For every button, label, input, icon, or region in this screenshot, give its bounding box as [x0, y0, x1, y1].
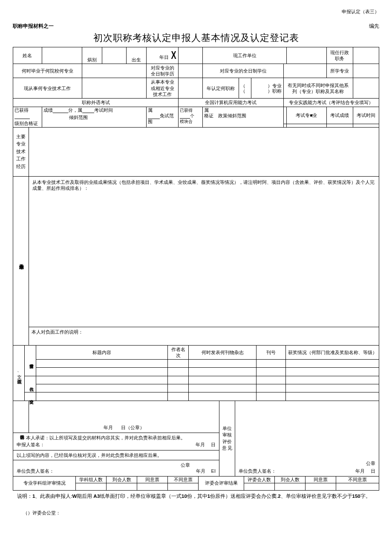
- field-other[interactable]: [353, 78, 379, 99]
- label-unit: 现工作单位: [203, 47, 286, 64]
- field-deg[interactable]: [283, 64, 326, 78]
- field-prac-blank[interactable]: [283, 107, 286, 124]
- bracket-open: （（: [239, 78, 251, 99]
- h-journal: 刊号: [257, 346, 286, 360]
- label-unit-review: 单位审核评价意 见: [219, 401, 235, 477]
- field-major[interactable]: [353, 64, 379, 78]
- label-date: 年日: [159, 55, 169, 60]
- h-disagree2: 不同意票: [336, 477, 379, 483]
- label-deg: 对应专业的全日制学位: [203, 64, 283, 78]
- cell-unit-sign[interactable]: 公章 单位负责人签名： 年月 EI: [13, 460, 219, 477]
- f3[interactable]: [327, 124, 353, 127]
- field-name[interactable]: [42, 47, 82, 64]
- field-publicity[interactable]: 年月 日（公章）: [29, 401, 219, 433]
- form-code: 申报认定（表三）: [13, 9, 379, 15]
- field-same[interactable]: [179, 78, 203, 99]
- serial-label: 编先: [369, 23, 379, 30]
- label-birth: 出生: [126, 47, 147, 64]
- field-work-history[interactable]: [29, 128, 379, 177]
- label-work-history: 主要专业技术工作经历: [13, 128, 29, 177]
- summary-intro-text: 从本专业技术工作及取得的业殖成果情况（包括承担项目、学术成果、业饺成果、薇奖情况…: [32, 180, 375, 191]
- label-summary: 个人专业技术工作小结: [13, 177, 29, 346]
- label-year: 年认定何职称: [203, 78, 239, 99]
- cell-promise[interactable]: 本人承诺：以上所埙写及提交的材料内容其实，并对此负责和承担相应后果。 申报人签名…: [13, 433, 219, 450]
- field-now[interactable]: [82, 78, 146, 99]
- label-pub-rep: 代表作: [25, 376, 36, 392]
- h-award: 获奖情况（何部门批准及奖励名称、等级）: [286, 346, 379, 360]
- h-agree: 同意票: [137, 477, 168, 483]
- h-author: 作者名次: [168, 346, 189, 360]
- label-now: 现从事何专业技术工作: [13, 78, 82, 99]
- field-unit-review[interactable]: 公章 单位负责人签名： 年月 日: [235, 401, 379, 477]
- h-comm-count: 评委会人数: [244, 477, 275, 483]
- h-disagree: 不同意票: [168, 477, 199, 483]
- label-same: 从事本专业或相近专业技术工作: [147, 78, 179, 99]
- label-pub-outer: 文、著作成: [13, 346, 25, 401]
- negative-label: 本人对负面工作的说明：: [32, 329, 83, 334]
- field-edu[interactable]: [179, 64, 203, 78]
- f2[interactable]: [286, 124, 326, 127]
- label-pub-submit: 提交论文: [25, 392, 36, 401]
- field-sex[interactable]: [102, 47, 126, 64]
- h-title: 标题内容: [36, 346, 168, 360]
- footer-text: （）评委会公堂：: [13, 510, 379, 516]
- label-score2: 考试成绩: [327, 107, 353, 124]
- cell-unit-check[interactable]: 以上埙写的内容，已经我单位核对无误，并对此负责和承担相应后果。: [13, 450, 219, 460]
- label-prac-exam: 专业实践能力考试（考评结合专业填写）: [283, 99, 379, 107]
- cell-score-field[interactable]: 成绩分，属考试时间 倾斜范围: [42, 107, 147, 127]
- field-post[interactable]: [353, 47, 379, 64]
- promise-text: 本人承诺：以上所埙写及提交的材料内容其实，并对此负责和承担相应后果。: [17, 435, 216, 441]
- bracket-close: ）专业）职称: [251, 78, 283, 99]
- label-post: 现任行政职务: [327, 47, 353, 64]
- label-comp-exam: 全国计算机应用能力考试: [179, 99, 284, 107]
- label-edu: 对应专业的全日制学历: [147, 64, 179, 78]
- pub-r1c1[interactable]: [36, 360, 168, 368]
- h-pub: 何时发表何刊物杂志: [189, 346, 257, 360]
- field-birth[interactable]: [179, 47, 203, 64]
- label-lang-exam: 职称外语考试: [13, 99, 179, 107]
- h-attend: 到会人数: [107, 477, 137, 483]
- cell-cert-policy[interactable]: 属 格证 政策倾斜范围: [203, 107, 283, 127]
- label-name: 姓名: [13, 47, 42, 64]
- field-negative[interactable]: 本人对负面工作的说明：: [29, 327, 379, 345]
- page-title: 初次职称考核认定申报人基本情况及认定登记表: [13, 32, 379, 44]
- note-text: 说明：1、此表由申报人:W期后用 A3纸单面打印，经单位审核盖章（一式10份，其…: [13, 493, 379, 500]
- cell-module[interactable]: 已获得个 模块合: [179, 107, 203, 127]
- material-label: 职称申报材料之一: [13, 23, 54, 30]
- main-table: 姓名 烘别 出生 年日 X 现工作单位 现任行政职务 何时毕业于何院校何专业 对…: [13, 47, 379, 128]
- label-pub-report: 专业技术报普: [25, 346, 36, 376]
- f4[interactable]: [353, 124, 379, 127]
- pub-r2c1[interactable]: [36, 368, 168, 376]
- h-attend2: 到会人数: [275, 477, 306, 483]
- label-major: 所学专业: [327, 64, 353, 78]
- unit-check-text: 以上埙写的内容，已经我单位核对无误，并对此负责和承担相应后果。: [17, 452, 216, 458]
- f1[interactable]: [283, 124, 286, 127]
- h-agree2: 同意票: [306, 477, 336, 483]
- label-subj: 考试专■业: [286, 107, 326, 124]
- x-mark: X: [171, 48, 176, 63]
- label-grad: 何时毕业于何院校何专业: [13, 64, 82, 78]
- field-unit[interactable]: [286, 47, 326, 64]
- label-publicity: 情况评前公示: [13, 401, 29, 433]
- cell-got-level[interactable]: 已获得 级别合格证: [13, 107, 42, 127]
- label-group-review: 专业学科组评审情况: [13, 477, 76, 491]
- label-time2: 考试时间: [353, 107, 379, 124]
- label-sex: 烘别: [82, 47, 102, 64]
- cell-belong-exempt[interactable]: 属 免试范围: [147, 107, 179, 127]
- label-other: 有无同时或不同时申报其他系列（专业）职称及其名称: [283, 78, 353, 99]
- field-grad[interactable]: [82, 64, 146, 78]
- h-group-count: 学科组人数: [76, 477, 107, 483]
- label-committee-result: 评委会评审结果: [199, 477, 244, 491]
- field-summary-intro[interactable]: 从本专业技术工作及取得的业殖成果情况（包括承担项目、学术成果、业饺成果、薇奖情况…: [29, 177, 379, 327]
